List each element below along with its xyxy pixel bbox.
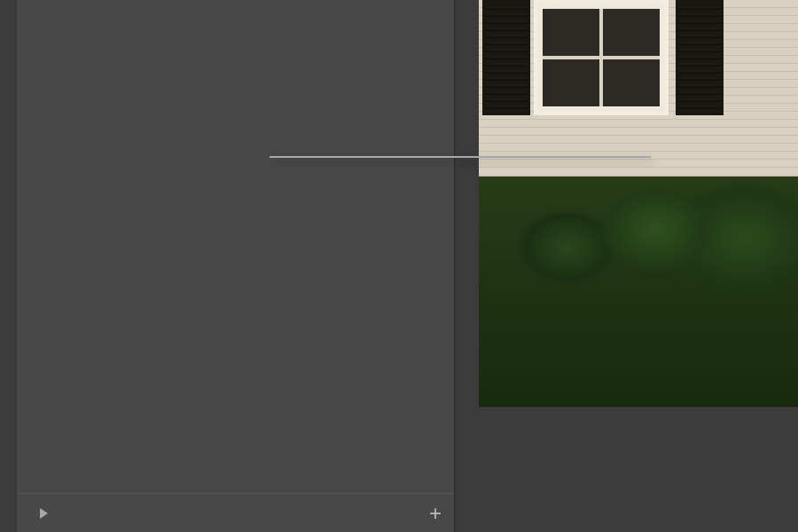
snapshots-panel-header[interactable]: + — [17, 493, 454, 532]
preview-shutter-right — [676, 0, 724, 115]
preview-lawn — [479, 176, 798, 407]
app-root: + — [0, 0, 798, 532]
preview-image — [479, 0, 798, 407]
add-snapshot-icon[interactable]: + — [429, 503, 442, 524]
preset-context-menu — [270, 156, 651, 158]
presets-panel: + — [17, 0, 455, 532]
disclosure-triangle-icon[interactable] — [40, 508, 48, 519]
preview-window — [534, 0, 669, 115]
preview-shutter-left — [482, 0, 530, 115]
